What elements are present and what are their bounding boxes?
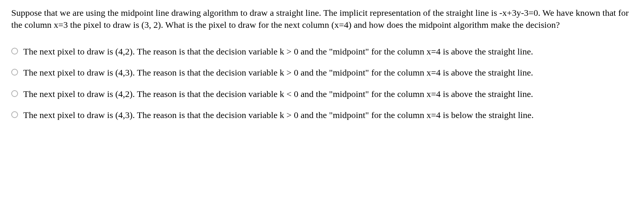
option-2[interactable]: The next pixel to draw is (4,3). The rea… <box>11 67 633 79</box>
option-text: The next pixel to draw is (4,2). The rea… <box>23 88 633 100</box>
options-list: The next pixel to draw is (4,2). The rea… <box>11 45 633 121</box>
option-4[interactable]: The next pixel to draw is (4,3). The rea… <box>11 109 633 121</box>
question-text: Suppose that we are using the midpoint l… <box>11 7 633 31</box>
option-1[interactable]: The next pixel to draw is (4,2). The rea… <box>11 45 633 58</box>
radio-icon[interactable] <box>11 48 18 55</box>
option-text: The next pixel to draw is (4,3). The rea… <box>23 109 633 121</box>
option-text: The next pixel to draw is (4,3). The rea… <box>23 67 633 79</box>
radio-icon[interactable] <box>11 69 18 76</box>
radio-icon[interactable] <box>11 90 18 97</box>
option-text: The next pixel to draw is (4,2). The rea… <box>23 45 633 58</box>
option-3[interactable]: The next pixel to draw is (4,2). The rea… <box>11 88 633 100</box>
radio-icon[interactable] <box>11 111 18 118</box>
